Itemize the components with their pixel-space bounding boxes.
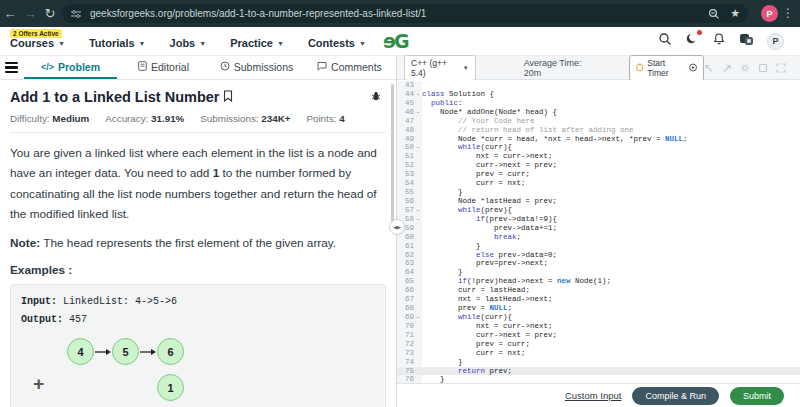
code-line[interactable]: 49 Node *curr = head, *nxt = head->next,… — [397, 135, 800, 144]
tab-submissions[interactable]: Submissions — [210, 56, 303, 79]
code-line[interactable]: 55 } — [397, 188, 800, 197]
editor-header: C++ (g++ 5.4)▼ Average Time: 20m Start T… — [397, 56, 800, 80]
code-line[interactable]: 76 } — [397, 375, 800, 383]
code-line[interactable]: 68 prev = NULL; — [397, 304, 800, 313]
search-icon[interactable] — [658, 32, 672, 50]
code-line[interactable]: 66 curr = lastHead; — [397, 286, 800, 295]
undo-icon[interactable] — [704, 63, 714, 73]
hamburger-menu-icon[interactable] — [0, 56, 24, 79]
code-line[interactable]: 65 if(!prev)head->next = new Node(1); — [397, 277, 800, 286]
fold-marker[interactable]: - — [414, 215, 422, 224]
code-line[interactable]: 60 break; — [397, 233, 800, 242]
compile-run-button[interactable]: Compile & Run — [632, 387, 719, 405]
custom-input-link[interactable]: Custom Input — [565, 390, 622, 401]
average-time: Average Time: 20m — [524, 58, 595, 78]
code-line[interactable]: 51 nxt = curr->next; — [397, 152, 800, 161]
browser-profile-avatar[interactable]: P — [761, 5, 778, 22]
example-box: Input: LinkedList: 4->5->6 Output: 457 4… — [10, 284, 386, 407]
code-editor[interactable]: 4344-class Solution {45 public:46- Node*… — [397, 80, 800, 383]
code-line[interactable]: 62 else prev->data=0; — [397, 251, 800, 260]
code-line[interactable]: 71 curr->next = prev; — [397, 331, 800, 340]
line-number: 68 — [397, 304, 414, 313]
chevron-down-icon: ▼ — [463, 65, 469, 71]
fold-marker — [414, 170, 422, 179]
code-line[interactable]: 52 curr->next = prev; — [397, 161, 800, 170]
address-bar[interactable]: geeksforgeeks.org/problems/add-1-to-a-nu… — [62, 4, 748, 23]
line-number: 47 — [397, 117, 414, 126]
report-bug-icon[interactable] — [370, 88, 382, 106]
panel-resize-handle[interactable]: ◀▶ — [389, 219, 405, 235]
fullscreen-icon[interactable] — [776, 63, 786, 73]
menu-item-tutorials[interactable]: Tutorials▼ — [89, 37, 146, 49]
menu-item-courses[interactable]: Courses▼ — [10, 37, 65, 49]
settings-icon[interactable] — [740, 63, 750, 73]
code-line[interactable]: 63 prev=prev->next; — [397, 259, 800, 268]
code-line[interactable]: 46- Node* addOne(Node* head) { — [397, 108, 800, 117]
start-timer-button[interactable]: Start Timer — [629, 55, 704, 81]
fold-marker[interactable]: - — [414, 313, 422, 322]
panel-scrollbar[interactable] — [391, 84, 395, 224]
tab-problem[interactable]: </> Problem — [24, 56, 117, 79]
fold-marker[interactable]: - — [414, 143, 422, 152]
code-line[interactable]: 48 // return head of list after adding o… — [397, 126, 800, 135]
code-line[interactable]: 73 curr = nxt; — [397, 349, 800, 358]
site-settings-icon[interactable] — [70, 8, 82, 20]
bell-icon[interactable] — [712, 32, 726, 50]
code-line[interactable]: 70 nxt = curr->next; — [397, 322, 800, 331]
bookmark-icon[interactable] — [223, 88, 233, 106]
code-line[interactable]: 45 public: — [397, 99, 800, 108]
fold-marker[interactable]: - — [414, 206, 422, 215]
browser-back-icon[interactable]: ← — [0, 6, 20, 21]
fold-marker — [414, 295, 422, 304]
submit-button[interactable]: Submit — [730, 387, 784, 405]
code-line[interactable]: 57- while(prev){ — [397, 206, 800, 215]
code-line[interactable]: 44-class Solution { — [397, 90, 800, 99]
browser-reload-icon[interactable]: ↻ — [40, 6, 60, 21]
browser-forward-icon[interactable]: → — [20, 6, 40, 21]
code-line[interactable]: 58- if(prev->data!=9){ — [397, 215, 800, 224]
menu-item-jobs[interactable]: Jobs▼ — [170, 37, 207, 49]
bookmark-star-icon[interactable]: ★ — [730, 7, 740, 20]
zoom-out-icon[interactable] — [708, 8, 720, 20]
fold-marker[interactable]: - — [414, 90, 422, 99]
code-line[interactable]: 64 } — [397, 268, 800, 277]
code-line[interactable]: 72 prev = curr; — [397, 340, 800, 349]
notification-dot — [697, 30, 702, 35]
browser-menu-icon[interactable]: ⋮ — [782, 6, 794, 20]
menu-item-practice[interactable]: Practice▼ — [230, 37, 284, 49]
code-line[interactable]: 56 Node *lastHead = prev; — [397, 197, 800, 206]
code-line[interactable]: 53 prev = curr; — [397, 170, 800, 179]
fold-marker — [414, 331, 422, 340]
arrow-icon — [95, 348, 112, 356]
line-number: 55 — [397, 188, 414, 197]
theme-moon-icon[interactable] — [685, 32, 699, 50]
line-number: 49 — [397, 135, 414, 144]
tab-editorial[interactable]: Editorial — [117, 56, 210, 79]
code-line[interactable]: 59 prev->data+=1; — [397, 224, 800, 233]
code-line[interactable]: 74 } — [397, 358, 800, 367]
tab-comments[interactable]: Comments — [303, 56, 396, 79]
linked-list-diagram: 4 5 6 + 1 4 5 7 — [21, 330, 375, 407]
url-text[interactable]: geeksforgeeks.org/problems/add-1-to-a-nu… — [90, 8, 708, 19]
user-avatar[interactable]: P — [767, 33, 784, 50]
code-line[interactable]: 54 curr = nxt; — [397, 179, 800, 188]
redo-icon[interactable] — [722, 63, 732, 73]
code-line[interactable]: 67 nxt = lastHead->next; — [397, 295, 800, 304]
code-line[interactable]: 50- while(curr){ — [397, 143, 800, 152]
code-line[interactable]: 43 — [397, 81, 800, 90]
fold-marker[interactable]: - — [414, 108, 422, 117]
fold-marker — [414, 152, 422, 161]
fold-marker — [414, 126, 422, 135]
code-line[interactable]: 75 return prev; — [397, 367, 800, 376]
copy-icon[interactable] — [758, 63, 768, 73]
code-line[interactable]: 69- while(curr){ — [397, 313, 800, 322]
code-line[interactable]: 61 } — [397, 242, 800, 251]
fold-marker — [414, 358, 422, 367]
fold-marker — [414, 161, 422, 170]
language-selector[interactable]: C++ (g++ 5.4)▼ — [404, 55, 476, 81]
gfg-logo[interactable]: ɘG — [383, 30, 407, 52]
line-number: 69 — [397, 313, 414, 322]
menu-item-contests[interactable]: Contests▼ — [308, 37, 366, 49]
apps-icon[interactable] — [739, 32, 754, 50]
code-line[interactable]: 47 // Your Code here — [397, 117, 800, 126]
